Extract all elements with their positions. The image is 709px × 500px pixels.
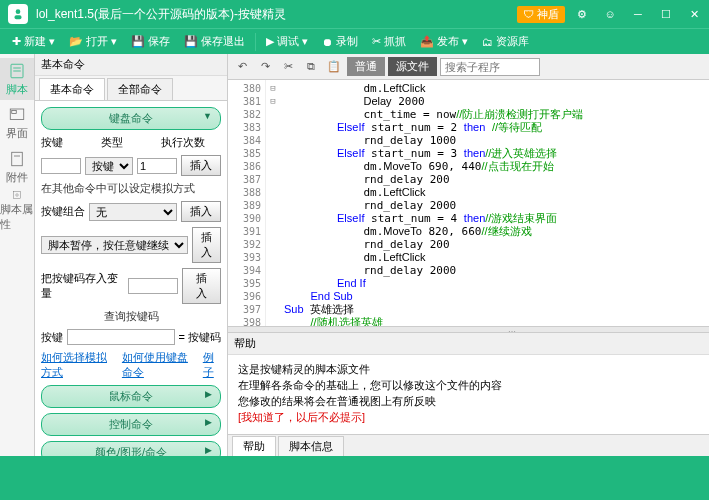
keycode-input[interactable] <box>67 329 175 345</box>
command-panel: 基本命令 基本命令 全部命令 键盘命令 按键 类型 执行次数 按键 插入 在其他… <box>35 54 228 456</box>
cut-icon[interactable]: ✂ <box>278 57 298 77</box>
app-logo <box>8 4 28 24</box>
sidebar-ui[interactable]: 界面 <box>0 102 34 144</box>
help-tab-help[interactable]: 帮助 <box>232 436 276 456</box>
sidebar-props[interactable]: 脚本属性 <box>0 190 34 232</box>
help-dismiss-link[interactable]: [我知道了，以后不必提示] <box>238 409 709 425</box>
tab-all-commands[interactable]: 全部命令 <box>107 78 173 100</box>
tab-normal-view[interactable]: 普通 <box>347 57 385 76</box>
section-mouse[interactable]: 鼠标命令 <box>41 385 221 408</box>
combo-select[interactable]: 无 <box>89 203 177 221</box>
maximize-icon[interactable]: ☐ <box>659 8 673 21</box>
line-numbers: 380 381 382 383 384 385 386 387 388 389 … <box>228 80 266 326</box>
var-label: 把按键码存入变量 <box>41 271 124 301</box>
titlebar-region: lol_kent1.5(最后一个公开源码的版本)-按键精灵 🛡 神盾 ⚙ ☺ ─… <box>0 0 709 28</box>
type-select[interactable]: 按键 <box>85 157 133 175</box>
statusbar <box>0 456 709 474</box>
record-button[interactable]: ⏺ 录制 <box>316 32 364 51</box>
help-line-1: 这是按键精灵的脚本源文件 <box>238 361 709 377</box>
link-keyboard-help[interactable]: 如何使用键盘命令 <box>122 350 195 380</box>
undo-icon[interactable]: ↶ <box>232 57 252 77</box>
publish-button[interactable]: 📤 发布 ▾ <box>414 32 474 51</box>
minimize-icon[interactable]: ─ <box>631 8 645 21</box>
count-label: 执行次数 <box>161 135 205 150</box>
svg-rect-7 <box>12 152 23 166</box>
section-control[interactable]: 控制命令 <box>41 413 221 436</box>
insert-button-3[interactable]: 插入 <box>192 227 221 263</box>
help-line-2: 在理解各条命令的基础上，您可以修改这个文件的内容 <box>238 377 709 393</box>
insert-button-4[interactable]: 插入 <box>182 268 221 304</box>
save-button[interactable]: 💾 保存 <box>125 32 176 51</box>
left-sidebar: 脚本 界面 附件 脚本属性 <box>0 54 35 456</box>
key-label-2: 按键 <box>41 330 63 345</box>
key-input[interactable] <box>41 158 81 174</box>
svg-point-0 <box>16 9 21 14</box>
insert-button-2[interactable]: 插入 <box>181 201 221 222</box>
section-keyboard[interactable]: 键盘命令 <box>41 107 221 130</box>
svg-rect-9 <box>14 192 21 199</box>
copy-icon[interactable]: ⧉ <box>301 57 321 77</box>
code-toolbar: ↶ ↷ ✂ ⧉ 📋 普通 源文件 <box>228 54 709 80</box>
svg-rect-1 <box>15 15 22 19</box>
capture-button[interactable]: ✂ 抓抓 <box>366 32 412 51</box>
note-sim-mode: 在其他命令中可以设定模拟方式 <box>41 181 221 196</box>
combo-label: 按键组合 <box>41 204 85 219</box>
main-toolbar: ✚ 新建 ▾ 📂 打开 ▾ 💾 保存 💾 保存退出 ▶ 调试 ▾ ⏺ 录制 ✂ … <box>0 28 709 54</box>
help-panel: ⋯ 帮助 这是按键精灵的脚本源文件 在理解各条命令的基础上，您可以修改这个文件的… <box>228 326 709 456</box>
svg-point-10 <box>16 194 19 197</box>
code-text[interactable]: dm.LeftClick Delay 2000 cnt_time = now//… <box>280 80 709 326</box>
insert-button-1[interactable]: 插入 <box>181 155 221 176</box>
repo-button[interactable]: 🗂 资源库 <box>476 32 535 51</box>
panel-title: 基本命令 <box>35 54 227 76</box>
shield-badge[interactable]: 🛡 神盾 <box>517 6 565 23</box>
var-input[interactable] <box>128 278 178 294</box>
help-title: 帮助 <box>228 333 709 355</box>
sidebar-attach[interactable]: 附件 <box>0 146 34 188</box>
help-tab-info[interactable]: 脚本信息 <box>278 436 344 456</box>
fold-gutter[interactable]: ⊟ ⊟ <box>266 80 280 326</box>
key-label: 按键 <box>41 135 63 150</box>
help-line-3: 您修改的结果将会在普通视图上有所反映 <box>238 393 709 409</box>
link-sim-mode[interactable]: 如何选择模拟方式 <box>41 350 114 380</box>
section-color[interactable]: 颜色/图形/命令 <box>41 441 221 456</box>
link-example[interactable]: 例子 <box>203 350 221 380</box>
feedback-icon[interactable]: ☺ <box>603 8 617 21</box>
count-input[interactable] <box>137 158 177 174</box>
tab-source-view[interactable]: 源文件 <box>388 57 437 76</box>
window-title: lol_kent1.5(最后一个公开源码的版本)-按键精灵 <box>36 6 517 23</box>
svg-rect-6 <box>12 110 17 113</box>
code-editor[interactable]: 380 381 382 383 384 385 386 387 388 389 … <box>228 80 709 326</box>
settings-icon[interactable]: ⚙ <box>575 8 589 21</box>
paste-icon[interactable]: 📋 <box>324 57 344 77</box>
search-sub-input[interactable] <box>440 58 540 76</box>
editor-panel: ↶ ↷ ✂ ⧉ 📋 普通 源文件 380 381 382 383 384 385… <box>228 54 709 456</box>
save-exit-button[interactable]: 💾 保存退出 <box>178 32 251 51</box>
tab-basic-commands[interactable]: 基本命令 <box>39 78 105 100</box>
type-label: 类型 <box>101 135 123 150</box>
debug-button[interactable]: ▶ 调试 ▾ <box>260 32 314 51</box>
new-button[interactable]: ✚ 新建 ▾ <box>6 32 61 51</box>
sidebar-script[interactable]: 脚本 <box>0 58 34 100</box>
eq-keycode-label: = 按键码 <box>179 330 221 345</box>
redo-icon[interactable]: ↷ <box>255 57 275 77</box>
pause-select[interactable]: 脚本暂停，按任意键继续 <box>41 236 188 254</box>
search-keycode-label: 查询按键码 <box>41 309 221 324</box>
close-icon[interactable]: ✕ <box>687 8 701 21</box>
open-button[interactable]: 📂 打开 ▾ <box>63 32 123 51</box>
